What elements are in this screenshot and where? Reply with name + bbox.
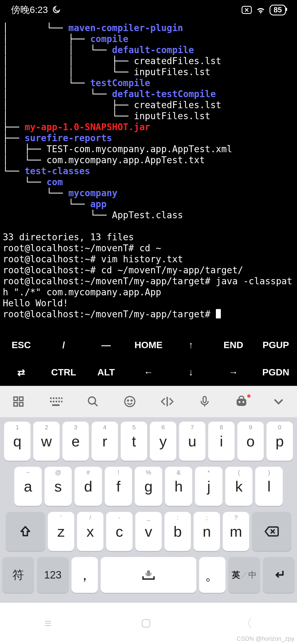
enter-key[interactable] bbox=[263, 557, 295, 593]
svg-rect-3 bbox=[14, 403, 17, 406]
space-key[interactable] bbox=[101, 557, 196, 593]
svg-point-11 bbox=[53, 401, 54, 402]
svg-point-10 bbox=[50, 401, 51, 402]
key-u[interactable]: 7u bbox=[179, 422, 205, 461]
svg-point-9 bbox=[61, 397, 62, 399]
svg-point-23 bbox=[239, 401, 241, 403]
key-f[interactable]: !f bbox=[105, 467, 132, 506]
grid-icon[interactable] bbox=[12, 395, 24, 408]
watermark: CSDN @horizon_zpy bbox=[237, 635, 294, 642]
wifi-icon bbox=[256, 6, 266, 14]
soft-keyboard: 1q2w3e4r5t6y7u8i9o0p ~a@s#d!f%g&h*j(k)l … bbox=[0, 417, 297, 603]
extra-key-pgup[interactable]: PGUP bbox=[255, 331, 297, 359]
clock: 傍晚6:23 bbox=[11, 4, 48, 16]
extra-key-pgdn[interactable]: PGDN bbox=[255, 359, 297, 386]
key-k[interactable]: (k bbox=[225, 467, 253, 506]
key-l[interactable]: )l bbox=[255, 467, 283, 506]
smile-icon[interactable] bbox=[124, 395, 136, 408]
moon-icon bbox=[52, 6, 61, 14]
svg-rect-4 bbox=[20, 403, 23, 406]
search-icon[interactable] bbox=[87, 395, 99, 408]
svg-point-24 bbox=[243, 401, 244, 403]
key-n[interactable]: ;n bbox=[194, 512, 220, 551]
svg-rect-25 bbox=[147, 570, 150, 575]
svg-rect-21 bbox=[203, 397, 206, 403]
svg-point-16 bbox=[89, 397, 96, 404]
extra-key-/[interactable]: / bbox=[42, 331, 85, 359]
svg-rect-2 bbox=[20, 397, 23, 401]
key-j[interactable]: *j bbox=[195, 467, 222, 506]
lang-key[interactable]: 英／中 bbox=[228, 557, 260, 593]
close-box-icon bbox=[241, 6, 252, 14]
svg-point-7 bbox=[55, 397, 57, 399]
extra-key-ctrl[interactable]: CTRL bbox=[42, 359, 85, 386]
key-p[interactable]: 0p bbox=[266, 422, 293, 461]
numbers-key[interactable]: 123 bbox=[37, 557, 69, 593]
svg-rect-22 bbox=[237, 399, 246, 406]
extra-key-—[interactable]: — bbox=[85, 331, 127, 359]
status-bar: 傍晚6:23 85 bbox=[0, 0, 297, 20]
svg-rect-26 bbox=[142, 620, 150, 627]
key-i[interactable]: 8i bbox=[208, 422, 235, 461]
svg-point-14 bbox=[61, 401, 62, 402]
ime-toolbar bbox=[0, 386, 297, 417]
svg-rect-1 bbox=[14, 397, 17, 401]
key-a[interactable]: ~a bbox=[14, 467, 42, 506]
key-r[interactable]: 4r bbox=[92, 422, 118, 461]
extra-key-↓[interactable]: ↓ bbox=[170, 359, 212, 386]
extra-key-←[interactable]: ← bbox=[127, 359, 170, 386]
svg-rect-15 bbox=[52, 404, 60, 406]
svg-point-18 bbox=[128, 400, 129, 401]
code-icon[interactable] bbox=[161, 395, 174, 408]
key-w[interactable]: 2w bbox=[33, 422, 60, 461]
svg-point-5 bbox=[50, 397, 51, 399]
shift-key[interactable] bbox=[6, 512, 45, 551]
mic-icon[interactable] bbox=[199, 395, 211, 408]
key-y[interactable]: 6y bbox=[150, 422, 176, 461]
extra-key-home[interactable]: HOME bbox=[127, 331, 170, 359]
nav-home-button[interactable] bbox=[141, 618, 152, 629]
bot-icon[interactable] bbox=[235, 395, 248, 408]
key-h[interactable]: &h bbox=[165, 467, 193, 506]
key-s[interactable]: @s bbox=[45, 467, 72, 506]
svg-point-19 bbox=[131, 400, 132, 401]
key-t[interactable]: 5t bbox=[121, 422, 147, 461]
key-z[interactable]: 'z bbox=[48, 512, 74, 551]
backspace-key[interactable] bbox=[252, 512, 292, 551]
extra-key-alt[interactable]: ALT bbox=[85, 359, 127, 386]
battery-badge: 85 bbox=[270, 5, 286, 15]
svg-point-8 bbox=[58, 397, 60, 399]
svg-point-6 bbox=[53, 397, 54, 399]
nav-back-button[interactable]: 〈 bbox=[240, 615, 252, 632]
extra-key-esc[interactable]: ESC bbox=[0, 331, 42, 359]
key-c[interactable]: -c bbox=[106, 512, 133, 551]
chevron-down-icon[interactable] bbox=[273, 395, 285, 408]
svg-rect-20 bbox=[166, 397, 168, 406]
key-o[interactable]: 9o bbox=[237, 422, 264, 461]
comma-key[interactable]: ， bbox=[72, 557, 98, 593]
nav-recent-button[interactable]: ≡ bbox=[45, 616, 52, 630]
symbols-key[interactable]: 符 bbox=[2, 557, 34, 593]
keyboard-icon[interactable] bbox=[49, 395, 62, 408]
svg-point-13 bbox=[58, 401, 60, 402]
svg-point-12 bbox=[55, 401, 57, 402]
extra-key-⇄[interactable]: ⇄ bbox=[0, 359, 42, 386]
terminal-extra-keys: ESC/—HOME↑ENDPGUP ⇄CTRLALT←↓→PGDN bbox=[0, 331, 297, 386]
svg-point-17 bbox=[125, 397, 135, 407]
terminal-output[interactable]: │ └── maven-compiler-plugin │ ├── compil… bbox=[0, 20, 297, 320]
key-e[interactable]: 3e bbox=[62, 422, 89, 461]
key-v[interactable]: _v bbox=[135, 512, 162, 551]
key-d[interactable]: #d bbox=[75, 467, 102, 506]
key-g[interactable]: %g bbox=[135, 467, 162, 506]
key-m[interactable]: ?m bbox=[223, 512, 249, 551]
period-key[interactable]: 。 bbox=[199, 557, 226, 593]
extra-key-end[interactable]: END bbox=[212, 331, 254, 359]
key-q[interactable]: 1q bbox=[4, 422, 31, 461]
extra-key-→[interactable]: → bbox=[212, 359, 254, 386]
extra-key-↑[interactable]: ↑ bbox=[170, 331, 212, 359]
key-b[interactable]: :b bbox=[164, 512, 191, 551]
key-x[interactable]: /x bbox=[77, 512, 103, 551]
